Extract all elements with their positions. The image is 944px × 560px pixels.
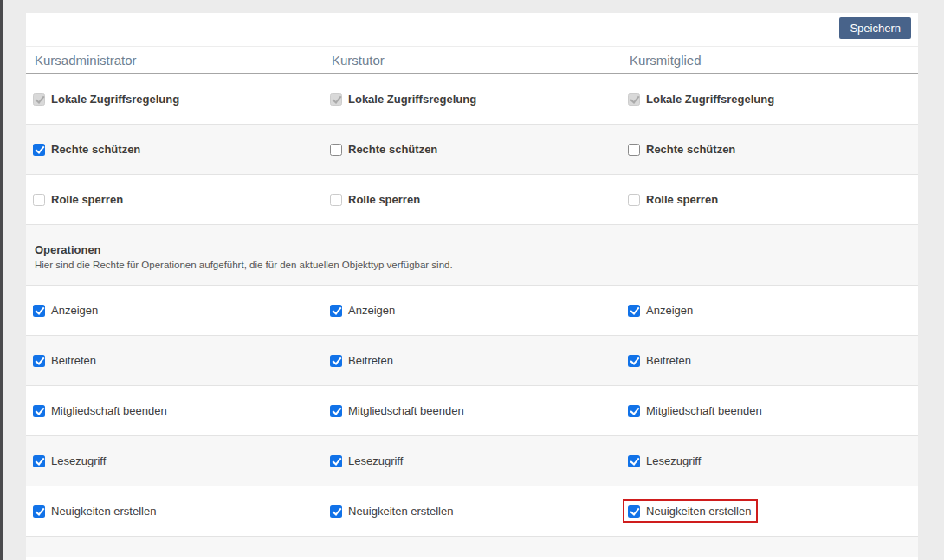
panel-topbar: Speichern — [26, 13, 918, 46]
checkbox-item-rolle-sperren: Rolle sperren — [33, 193, 123, 207]
checkbox-label: Anzeigen — [348, 304, 395, 318]
cell-rolle-sperren-col2: Rolle sperren — [323, 193, 621, 207]
checkbox-item-beitreten: Beitreten — [330, 354, 393, 368]
checkbox-label: Anzeigen — [646, 304, 693, 318]
checkbox-rechte-sch-tzen-col1[interactable] — [33, 144, 45, 156]
checkbox-mitgliedschaft-beenden-col2[interactable] — [330, 405, 342, 417]
cell-beitreten-col3: Beitreten — [621, 354, 918, 368]
checkbox-label: Rolle sperren — [51, 193, 123, 207]
table-row-rolle-sperren: Rolle sperrenRolle sperrenRolle sperren — [26, 175, 918, 225]
cell-rolle-sperren-col1: Rolle sperren — [26, 193, 323, 207]
checkbox-rolle-sperren-col3 — [628, 194, 640, 206]
table-row-anzeigen: AnzeigenAnzeigenAnzeigen — [26, 286, 918, 336]
checkbox-lesezugriff-col2[interactable] — [330, 455, 342, 467]
checkbox-label: Rechte schützen — [51, 143, 140, 157]
checkbox-neuigkeiten-erstellen-col3[interactable] — [628, 505, 640, 518]
checkbox-item-lesezugriff: Lesezugriff — [33, 454, 106, 468]
checkbox-item-rechte-sch-tzen: Rechte schützen — [33, 143, 140, 157]
checkbox-rechte-sch-tzen-col2[interactable] — [330, 144, 342, 156]
column-header-kurstutor: Kurstutor — [323, 53, 621, 68]
checkbox-beitreten-col2[interactable] — [330, 355, 342, 367]
checkbox-item-mitgliedschaft-beenden: Mitgliedschaft beenden — [33, 404, 167, 418]
checkbox-item-rolle-sperren: Rolle sperren — [628, 193, 718, 207]
checkbox-item-beitreten: Beitreten — [628, 354, 691, 368]
cell-lesezugriff-col2: Lesezugriff — [323, 454, 621, 468]
cell-lokale-zugriffsregelung-col3: Lokale Zugriffsregelung — [621, 93, 918, 106]
checkbox-label: Beitreten — [348, 354, 393, 368]
save-button[interactable]: Speichern — [839, 17, 911, 39]
section-row-operationen: OperationenHier sind die Rechte für Oper… — [26, 225, 918, 286]
checkbox-anzeigen-col2[interactable] — [330, 305, 342, 317]
checkbox-lesezugriff-col3[interactable] — [628, 455, 640, 467]
checkbox-neuigkeiten-erstellen-col1[interactable] — [33, 505, 45, 518]
section-title: Operationen — [35, 243, 918, 256]
table-header-row: KursadministratorKurstutorKursmitglied — [26, 46, 918, 74]
checkbox-item-rechte-sch-tzen: Rechte schützen — [330, 143, 437, 157]
cell-beitreten-col1: Beitreten — [26, 354, 323, 368]
checkbox-label: Lokale Zugriffsregelung — [51, 93, 179, 106]
checkbox-label: Beitreten — [646, 354, 691, 368]
checkbox-label: Rechte schützen — [646, 143, 735, 157]
left-edge-strip — [0, 0, 3, 560]
checkbox-label: Mitgliedschaft beenden — [646, 404, 762, 418]
checkbox-item-lesezugriff: Lesezugriff — [628, 454, 701, 468]
checkbox-lesezugriff-col1[interactable] — [33, 455, 45, 467]
table-row-rechte-sch-tzen: Rechte schützenRechte schützenRechte sch… — [26, 125, 918, 175]
highlight-annotation-neuigkeiten-erstellen: Neuigkeiten erstellen — [623, 499, 758, 524]
checkbox-label: Neuigkeiten erstellen — [646, 505, 751, 518]
cell-lesezugriff-col3: Lesezugriff — [621, 454, 918, 468]
checkbox-label: Neuigkeiten erstellen — [348, 505, 453, 518]
checkbox-label: Beitreten — [51, 354, 96, 368]
permissions-panel: Speichern KursadministratorKurstutorKurs… — [26, 13, 918, 560]
checkbox-item-neuigkeiten-erstellen: Neuigkeiten erstellen — [33, 505, 156, 518]
checkbox-item-mitgliedschaft-beenden: Mitgliedschaft beenden — [330, 404, 464, 418]
cell-neuigkeiten-erstellen-col2: Neuigkeiten erstellen — [323, 505, 621, 518]
cell-anzeigen-col1: Anzeigen — [26, 304, 323, 318]
cell-rechte-sch-tzen-col2: Rechte schützen — [323, 143, 621, 157]
checkbox-beitreten-col1[interactable] — [33, 355, 45, 367]
section-description: Hier sind die Rechte für Operationen auf… — [35, 260, 918, 270]
checkbox-beitreten-col3[interactable] — [628, 355, 640, 367]
cell-neuigkeiten-erstellen-col1: Neuigkeiten erstellen — [26, 505, 323, 518]
checkbox-label: Neuigkeiten erstellen — [51, 505, 156, 518]
checkbox-label: Lesezugriff — [646, 454, 701, 468]
checkbox-mitgliedschaft-beenden-col1[interactable] — [33, 405, 45, 417]
cell-mitgliedschaft-beenden-col3: Mitgliedschaft beenden — [621, 404, 918, 418]
checkbox-item-anzeigen: Anzeigen — [33, 304, 98, 318]
checkbox-item-lokale-zugriffsregelung: Lokale Zugriffsregelung — [628, 93, 774, 106]
checkbox-item-rolle-sperren: Rolle sperren — [330, 193, 420, 207]
checkbox-label: Mitgliedschaft beenden — [348, 404, 464, 418]
checkbox-anzeigen-col1[interactable] — [33, 305, 45, 317]
table-body: Lokale ZugriffsregelungLokale Zugriffsre… — [26, 74, 918, 557]
cell-lesezugriff-col1: Lesezugriff — [26, 454, 323, 468]
checkbox-rolle-sperren-col1 — [33, 194, 45, 206]
checkbox-label: Lokale Zugriffsregelung — [646, 93, 774, 106]
cell-lokale-zugriffsregelung-col1: Lokale Zugriffsregelung — [26, 93, 323, 106]
cell-neuigkeiten-erstellen-col3: Neuigkeiten erstellen — [621, 505, 918, 518]
checkbox-item-anzeigen: Anzeigen — [628, 304, 693, 318]
checkbox-item-lokale-zugriffsregelung: Lokale Zugriffsregelung — [33, 93, 179, 106]
checkbox-item-beitreten: Beitreten — [33, 354, 96, 368]
cell-beitreten-col2: Beitreten — [323, 354, 621, 368]
table-row-lokale-zugriffsregelung: Lokale ZugriffsregelungLokale Zugriffsre… — [26, 74, 918, 125]
checkbox-label: Rolle sperren — [646, 193, 718, 207]
checkbox-lokale-zugriffsregelung-col2 — [330, 93, 342, 106]
cell-lokale-zugriffsregelung-col2: Lokale Zugriffsregelung — [323, 93, 621, 106]
checkbox-label: Anzeigen — [51, 304, 98, 318]
checkbox-rechte-sch-tzen-col3[interactable] — [628, 144, 640, 156]
checkbox-item-mitgliedschaft-beenden: Mitgliedschaft beenden — [628, 404, 762, 418]
cell-anzeigen-col2: Anzeigen — [323, 304, 621, 318]
checkbox-label: Mitgliedschaft beenden — [51, 404, 167, 418]
cell-mitgliedschaft-beenden-col2: Mitgliedschaft beenden — [323, 404, 621, 418]
column-header-kursmitglied: Kursmitglied — [621, 53, 918, 68]
empty-row — [26, 537, 918, 557]
checkbox-neuigkeiten-erstellen-col2[interactable] — [330, 505, 342, 518]
table-row-lesezugriff: LesezugriffLesezugriffLesezugriff — [26, 436, 918, 486]
checkbox-anzeigen-col3[interactable] — [628, 305, 640, 317]
checkbox-rolle-sperren-col2 — [330, 194, 342, 206]
checkbox-item-neuigkeiten-erstellen: Neuigkeiten erstellen — [330, 505, 453, 518]
checkbox-item-lesezugriff: Lesezugriff — [330, 454, 403, 468]
checkbox-mitgliedschaft-beenden-col3[interactable] — [628, 405, 640, 417]
checkbox-label: Rechte schützen — [348, 143, 437, 157]
checkbox-label: Rolle sperren — [348, 193, 420, 207]
